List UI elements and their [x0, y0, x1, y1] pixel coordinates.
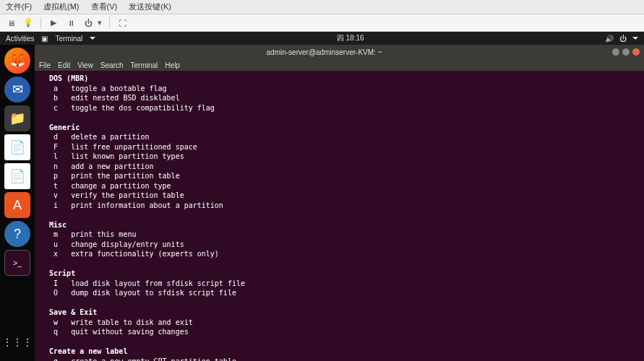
play-icon[interactable]: ▶ [46, 16, 61, 30]
maximize-button[interactable] [622, 48, 630, 56]
activities-button[interactable]: Activities [6, 35, 34, 43]
minimize-button[interactable] [612, 48, 619, 56]
vm-host-toolbar: 🖥 💡 ▶ ⏸ ⏻ ▾ ⛶ [0, 14, 644, 32]
firefox-icon[interactable]: 🦊 [4, 48, 30, 74]
dock: 🦊 ✉ 📁 📄 📄 A ? >_ ⋮⋮⋮ [0, 45, 35, 361]
close-button[interactable] [632, 48, 640, 56]
thunderbird-icon[interactable]: ✉ [4, 77, 30, 103]
current-app-label[interactable]: Terminal [55, 35, 82, 43]
gnome-topbar: Activities ▣ Terminal 四 18:16 🔊 ⏻ [0, 32, 644, 45]
desktop-area: 🦊 ✉ 📁 📄 📄 A ? >_ ⋮⋮⋮ admin-server@admins… [0, 45, 644, 361]
power-icon[interactable]: ⏻ [619, 35, 627, 43]
terminal-window: admin-server@adminserver-KVM: ~ File Edi… [35, 45, 644, 361]
monitor-icon[interactable]: 🖥 [3, 16, 19, 30]
help-icon[interactable]: ? [4, 221, 30, 247]
volume-icon[interactable]: 🔊 [605, 35, 614, 43]
vm-menu-file[interactable]: 文件(F) [6, 1, 32, 12]
terminal-output[interactable]: DOS (MBR) a toggle a bootable flag b edi… [35, 71, 644, 361]
power-icon[interactable]: ⏻ [80, 16, 96, 30]
terminal-app-icon[interactable]: ▣ [41, 35, 48, 43]
document-icon[interactable]: 📄 [4, 134, 30, 160]
menu-search[interactable]: Search [100, 61, 124, 69]
vm-menu-view[interactable]: 查看(V) [91, 1, 118, 12]
show-apps-icon[interactable]: ⋮⋮⋮ [4, 329, 30, 355]
software-icon[interactable]: A [4, 192, 30, 218]
menu-file[interactable]: File [39, 61, 51, 69]
menu-terminal[interactable]: Terminal [131, 61, 158, 69]
terminal-dock-icon[interactable]: >_ [4, 250, 30, 276]
document-icon[interactable]: 📄 [4, 163, 30, 189]
chevron-down-icon[interactable] [632, 37, 638, 40]
pause-icon[interactable]: ⏸ [63, 16, 79, 30]
terminal-titlebar[interactable]: admin-server@adminserver-KVM: ~ [35, 45, 644, 59]
window-title: admin-server@adminserver-KVM: ~ [39, 48, 609, 56]
guest-desktop: Activities ▣ Terminal 四 18:16 🔊 ⏻ 🦊 ✉ 📁 … [0, 32, 644, 361]
vm-host-menubar: 文件(F) 虚拟机(M) 查看(V) 发送按键(K) [0, 0, 644, 14]
clock[interactable]: 四 18:16 [95, 33, 605, 43]
chevron-down-icon[interactable]: ▾ [98, 18, 105, 27]
menu-help[interactable]: Help [165, 61, 180, 69]
vm-menu-send[interactable]: 发送按键(K) [129, 1, 171, 12]
menu-edit[interactable]: Edit [58, 61, 70, 69]
chevron-down-icon[interactable] [90, 37, 95, 40]
fullscreen-icon[interactable]: ⛶ [114, 16, 130, 30]
lightbulb-icon[interactable]: 💡 [20, 16, 36, 30]
menu-view[interactable]: View [77, 61, 93, 69]
files-icon[interactable]: 📁 [4, 105, 30, 131]
vm-menu-vm[interactable]: 虚拟机(M) [43, 1, 80, 12]
terminal-menubar: File Edit View Search Terminal Help [35, 59, 644, 71]
